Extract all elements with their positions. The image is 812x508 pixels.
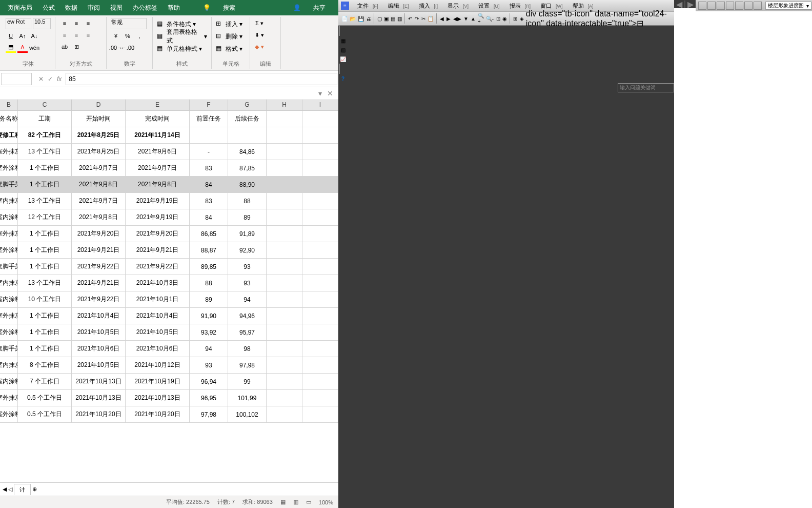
- cell[interactable]: 2021年10月4日: [126, 308, 190, 324]
- tab-help[interactable]: 帮助: [163, 1, 185, 15]
- sheet-nav-first-icon[interactable]: ◀: [3, 486, 7, 493]
- dec-decimal-button[interactable]: ←.00: [123, 43, 133, 53]
- table-format-button[interactable]: ▦套用表格格式 ▾: [157, 30, 207, 43]
- cell[interactable]: 摆脚手架: [0, 177, 18, 193]
- cell[interactable]: 2021年9月8日: [72, 209, 126, 226]
- cell[interactable]: 93: [190, 357, 228, 374]
- cell[interactable]: 84: [190, 177, 228, 193]
- cell[interactable]: 室内涂料: [0, 374, 18, 390]
- cell[interactable]: 2021年9月19日: [126, 209, 190, 226]
- cell[interactable]: [267, 111, 302, 127]
- cell[interactable]: 室内抹灰: [0, 275, 18, 291]
- menu-settings[interactable]: 设置[U]: [474, 1, 504, 11]
- cell[interactable]: 94,96: [228, 308, 267, 324]
- cell[interactable]: 2021年9月7日: [126, 160, 190, 177]
- cell[interactable]: [267, 390, 302, 406]
- cell[interactable]: 2021年10月5日: [126, 324, 190, 341]
- cell[interactable]: 1 个工作日: [18, 324, 72, 341]
- cell[interactable]: 室外抹灰: [0, 226, 18, 242]
- cell[interactable]: 88,87: [190, 242, 228, 259]
- cell[interactable]: 94: [228, 291, 267, 308]
- cell[interactable]: 97,98: [190, 406, 228, 423]
- cell[interactable]: 2021年10月13日: [126, 390, 190, 406]
- cell[interactable]: 1 个工作日: [18, 242, 72, 259]
- cell[interactable]: [267, 406, 302, 423]
- cell[interactable]: [267, 308, 302, 324]
- sb-icon-7[interactable]: [754, 2, 762, 10]
- cell[interactable]: [302, 111, 338, 127]
- tool11-icon[interactable]: ✂: [420, 14, 426, 23]
- cell[interactable]: [302, 193, 338, 209]
- cell[interactable]: 后续任务: [228, 111, 267, 127]
- confirm-icon[interactable]: ✓: [48, 75, 53, 83]
- cell[interactable]: 2021年10月5日: [72, 357, 126, 374]
- fx-icon[interactable]: fx: [57, 75, 62, 83]
- cell[interactable]: 麦修工程: [0, 127, 18, 144]
- cell[interactable]: 1 个工作日: [18, 308, 72, 324]
- cell[interactable]: 2021年11月14日: [126, 127, 190, 144]
- insert-cell-button[interactable]: ⊞插入 ▾: [216, 18, 246, 30]
- cell[interactable]: [267, 291, 302, 308]
- cell[interactable]: 0.5 个工作日: [18, 406, 72, 423]
- save-icon[interactable]: 💾: [357, 14, 364, 23]
- cell[interactable]: -: [190, 144, 228, 160]
- cell[interactable]: [267, 160, 302, 177]
- cell[interactable]: [267, 374, 302, 390]
- cell[interactable]: 2021年10月20日: [72, 406, 126, 423]
- cell[interactable]: 室内抹灰: [0, 357, 18, 374]
- phonetic-button[interactable]: wén: [29, 43, 39, 53]
- cell[interactable]: 务名称: [0, 111, 18, 127]
- col-header-g[interactable]: G: [228, 100, 267, 111]
- cell[interactable]: [267, 193, 302, 209]
- cell[interactable]: [302, 390, 338, 406]
- cell[interactable]: 93: [228, 275, 267, 291]
- cell[interactable]: [302, 177, 338, 193]
- cell[interactable]: 完成时间: [126, 111, 190, 127]
- cell[interactable]: 2021年8月25日: [72, 144, 126, 160]
- cell[interactable]: 室外抹灰: [0, 144, 18, 160]
- cell[interactable]: 97,98: [228, 357, 267, 374]
- sb-icon-2[interactable]: [707, 2, 716, 10]
- redo-icon[interactable]: ↷: [414, 14, 419, 23]
- cell[interactable]: 93: [228, 259, 267, 275]
- cell[interactable]: [302, 275, 338, 291]
- cell[interactable]: 1 个工作日: [18, 177, 72, 193]
- cell[interactable]: [190, 127, 228, 144]
- cell[interactable]: 前置任务: [190, 111, 228, 127]
- delete-cell-button[interactable]: ⊟删除 ▾: [216, 30, 246, 43]
- sheet-nav-prev-icon[interactable]: ◁: [8, 486, 12, 493]
- cell[interactable]: 2021年9月22日: [72, 291, 126, 308]
- tool21-icon[interactable]: ◉: [502, 14, 508, 23]
- cell[interactable]: [302, 374, 338, 390]
- cell[interactable]: 101,99: [228, 390, 267, 406]
- cell[interactable]: [302, 144, 338, 160]
- sb-icon-4[interactable]: [726, 2, 734, 10]
- cell[interactable]: 82 个工作日: [18, 127, 72, 144]
- col-header-f[interactable]: F: [190, 100, 228, 111]
- cell[interactable]: 摆脚手架: [0, 341, 18, 357]
- cell[interactable]: [267, 242, 302, 259]
- tool22-icon[interactable]: ⊞: [513, 14, 518, 23]
- menu-edit[interactable]: 编辑[E]: [384, 1, 413, 11]
- cell[interactable]: 96,94: [190, 374, 228, 390]
- comma-button[interactable]: ,: [134, 31, 145, 41]
- cell[interactable]: 2021年9月20日: [72, 226, 126, 242]
- cell[interactable]: 7 个工作日: [18, 374, 72, 390]
- cell[interactable]: 室内涂料: [0, 291, 18, 308]
- tool23-icon[interactable]: ◈: [519, 14, 525, 23]
- cell[interactable]: [228, 127, 267, 144]
- cell[interactable]: [267, 209, 302, 226]
- cell[interactable]: 2021年9月8日: [72, 177, 126, 193]
- cell[interactable]: 100,102: [228, 406, 267, 423]
- font-size-select[interactable]: 10.5: [33, 18, 51, 29]
- cell[interactable]: 88,90: [228, 177, 267, 193]
- sb-icon-3[interactable]: [717, 2, 725, 10]
- sb-icon-6[interactable]: [744, 2, 753, 10]
- merge-button[interactable]: ⊞: [71, 42, 82, 52]
- cell[interactable]: 12 个工作日: [18, 209, 72, 226]
- cell[interactable]: 2021年10月13日: [72, 390, 126, 406]
- fill-color-button[interactable]: ⬒: [6, 43, 16, 53]
- cell[interactable]: 2021年10月1日: [126, 291, 190, 308]
- cell[interactable]: [302, 324, 338, 341]
- tab-formula[interactable]: 公式: [37, 1, 60, 15]
